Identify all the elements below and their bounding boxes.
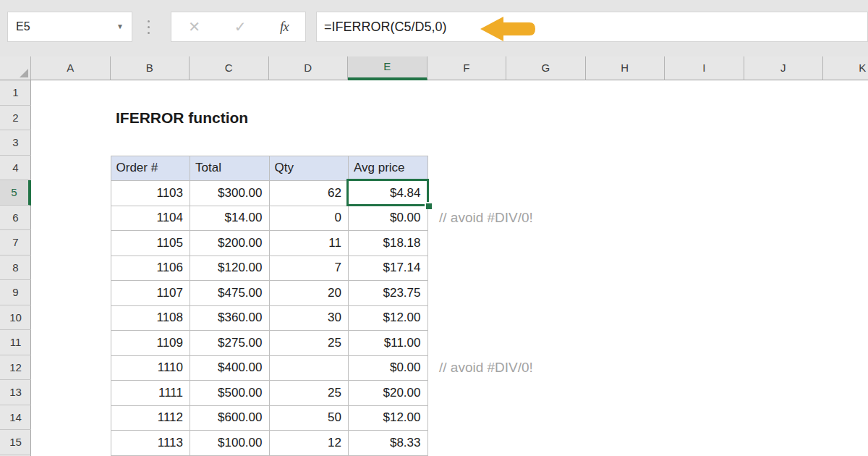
table-cell[interactable]: 1103	[111, 181, 191, 206]
table-cell[interactable]: 50	[270, 406, 349, 431]
table-cell[interactable]: 12	[270, 431, 349, 456]
table-cell[interactable]: 11	[270, 231, 349, 256]
table-cell[interactable]: $8.33	[349, 431, 428, 456]
column-header-D[interactable]: D	[269, 56, 349, 80]
cancel-icon[interactable]: ✕	[188, 18, 200, 35]
name-box-value: E5	[16, 20, 30, 33]
chevron-down-icon[interactable]: ▼	[116, 23, 124, 30]
row-header-12[interactable]: 12	[0, 355, 31, 381]
table-cell[interactable]: 1110	[111, 356, 191, 381]
row-header-15[interactable]: 15	[0, 430, 31, 455]
cell-annotation[interactable]: // avoid #DIV/0!	[439, 206, 533, 231]
toolbar-separator-dots	[148, 20, 150, 34]
table-cell[interactable]: $17.14	[349, 256, 428, 282]
row-header-4[interactable]: 4	[0, 156, 31, 181]
row-header-1[interactable]: 1	[0, 80, 31, 106]
table-cell[interactable]: $475.00	[190, 281, 270, 306]
table-cell[interactable]: $500.00	[190, 381, 270, 406]
row-header-5[interactable]: 5	[0, 180, 31, 206]
table-cell[interactable]: $23.75	[349, 281, 428, 306]
row-header-9[interactable]: 9	[0, 280, 31, 305]
table-cell[interactable]: $400.00	[190, 356, 270, 381]
column-header-C[interactable]: C	[190, 56, 269, 80]
table-cell[interactable]: $11.00	[349, 331, 428, 356]
table-cell[interactable]: 25	[270, 331, 349, 356]
table-cell[interactable]: 7	[270, 256, 349, 282]
name-box[interactable]: E5 ▼	[7, 12, 132, 42]
arrow-left-icon	[479, 17, 535, 41]
table-row: 1112$600.0050$12.00	[111, 406, 428, 431]
row-header-7[interactable]: 7	[0, 230, 31, 256]
column-header-B[interactable]: B	[111, 56, 190, 80]
column-header-I[interactable]: I	[665, 56, 744, 80]
column-header-A[interactable]: A	[31, 56, 111, 80]
table-row: 1111$500.0025$20.00	[111, 381, 428, 406]
table-cell[interactable]: $275.00	[190, 331, 270, 356]
table-row: 1109$275.0025$11.00	[111, 331, 428, 356]
table-cell[interactable]: $14.00	[190, 206, 270, 232]
table-cell[interactable]: 1104	[111, 206, 191, 232]
row-header-6[interactable]: 6	[0, 206, 31, 231]
data-table: Order #TotalQtyAvg price1103$300.0062$4.…	[111, 156, 428, 456]
table-cell[interactable]: 1112	[111, 406, 191, 431]
worksheet: ABCDEFGHIJK 123456789101112131415 IFERRO…	[0, 56, 868, 456]
excel-window: E5 ▼ ✕ ✓ fx =IFERROR(C5/D5,0) ABCDEFGHIJ…	[0, 0, 868, 456]
column-header-K[interactable]: K	[823, 56, 868, 80]
enter-icon[interactable]: ✓	[234, 18, 247, 35]
table-cell[interactable]: $120.00	[190, 256, 270, 282]
table-cell[interactable]: $4.84	[349, 181, 428, 206]
insert-function-icon[interactable]: fx	[280, 19, 289, 35]
select-all-button[interactable]	[0, 56, 31, 80]
row-header-10[interactable]: 10	[0, 305, 31, 331]
cell-annotation[interactable]: // avoid #DIV/0!	[439, 355, 533, 381]
formula-text: =IFERROR(C5/D5,0)	[324, 20, 447, 35]
column-header-E[interactable]: E	[348, 56, 427, 80]
table-cell[interactable]: $0.00	[349, 206, 428, 232]
table-cell[interactable]: 1113	[111, 431, 191, 456]
table-cell[interactable]: $360.00	[190, 306, 270, 332]
table-cell[interactable]: 1108	[111, 306, 191, 332]
column-header-H[interactable]: H	[586, 56, 665, 80]
row-header-2[interactable]: 2	[0, 106, 31, 131]
table-cell[interactable]: 1105	[111, 231, 191, 256]
table-cell[interactable]: $0.00	[349, 356, 428, 381]
table-cell[interactable]: 1111	[111, 381, 191, 406]
table-cell[interactable]: $100.00	[190, 431, 270, 456]
row-header-14[interactable]: 14	[0, 405, 31, 431]
table-cell[interactable]: 30	[270, 306, 349, 332]
table-cell[interactable]: $200.00	[190, 231, 270, 256]
table-cell[interactable]: 1109	[111, 331, 191, 356]
column-header-F[interactable]: F	[427, 56, 507, 80]
table-cell[interactable]: 62	[270, 181, 349, 206]
table-header-cell[interactable]: Order #	[111, 156, 191, 182]
column-header-strip: ABCDEFGHIJK	[0, 56, 868, 80]
row-header-3[interactable]: 3	[0, 130, 31, 156]
table-header-cell[interactable]: Avg price	[349, 156, 428, 182]
table-header-cell[interactable]: Total	[190, 156, 270, 182]
column-header-G[interactable]: G	[506, 56, 586, 80]
table-cell[interactable]: 1107	[111, 281, 191, 306]
formula-bar[interactable]: =IFERROR(C5/D5,0)	[316, 12, 868, 42]
table-row: 1104$14.000$0.00	[111, 206, 428, 232]
table-cell[interactable]: $18.18	[349, 231, 428, 256]
page-title[interactable]: IFERROR function	[116, 106, 248, 131]
table-cell[interactable]	[270, 356, 349, 381]
table-cell[interactable]: $300.00	[190, 181, 270, 206]
table-row: 1106$120.007$17.14	[111, 256, 428, 282]
table-cell[interactable]: 0	[270, 206, 349, 232]
row-header-13[interactable]: 13	[0, 380, 31, 405]
table-cell[interactable]: $12.00	[349, 406, 428, 431]
fill-handle[interactable]	[425, 202, 432, 209]
table-cell[interactable]: 20	[270, 281, 349, 306]
table-cell[interactable]: $12.00	[349, 306, 428, 332]
table-row: 1108$360.0030$12.00	[111, 306, 428, 332]
table-cell[interactable]: $600.00	[190, 406, 270, 431]
table-row: 1107$475.0020$23.75	[111, 281, 428, 306]
row-header-8[interactable]: 8	[0, 256, 31, 281]
table-cell[interactable]: 25	[270, 381, 349, 406]
column-header-J[interactable]: J	[744, 56, 824, 80]
row-header-11[interactable]: 11	[0, 330, 31, 355]
table-cell[interactable]: 1106	[111, 256, 191, 282]
table-cell[interactable]: $20.00	[349, 381, 428, 406]
table-header-cell[interactable]: Qty	[270, 156, 349, 182]
